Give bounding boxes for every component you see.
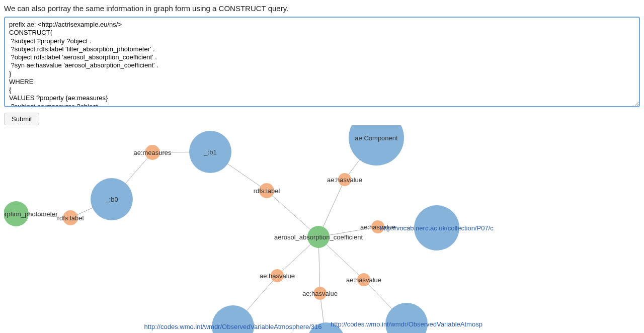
graph-node-label: http://vocab.nerc.ac.uk/collection/P07/c bbox=[380, 224, 493, 232]
graph-node-label: _:b0 bbox=[105, 196, 118, 203]
graph-node-label: rdfs:label bbox=[254, 187, 280, 195]
graph-node-label: ae:hasvalue bbox=[302, 290, 338, 297]
graph-node-label: rdfs:label bbox=[57, 214, 84, 222]
graph-node[interactable] bbox=[385, 303, 428, 333]
submit-button[interactable]: Submit bbox=[4, 113, 39, 125]
graph-node-label: filter_absorption_photometer bbox=[4, 210, 58, 218]
graph-node-label: ae:measures bbox=[133, 149, 171, 156]
graph-node-label: ae:hasvalue bbox=[260, 272, 295, 280]
graph-node-label: ae:hasvalue bbox=[346, 276, 381, 284]
graph-node-label: http://codes.wmo.int/wmdr/ObservedVariab… bbox=[144, 323, 321, 330]
graph-node-label: ae:Component bbox=[355, 134, 397, 142]
graph-node[interactable] bbox=[349, 125, 404, 165]
graph-node-label: aerosol_absorption_coefficient bbox=[274, 233, 363, 241]
graph-node-label: http://codes.wmo.int/wmdr/ObservedVariab… bbox=[331, 320, 482, 328]
graph-node-label: _:b1 bbox=[204, 148, 216, 156]
graph-visualization[interactable]: _:b0_:b1ae:measuresrdfs:labelfilter_abso… bbox=[4, 125, 638, 333]
graph-node-label: ae:hasvalue bbox=[327, 176, 362, 184]
intro-text: We can also portray the same information… bbox=[4, 4, 640, 13]
graph-svg bbox=[4, 125, 638, 333]
sparql-query-input[interactable] bbox=[4, 17, 640, 107]
